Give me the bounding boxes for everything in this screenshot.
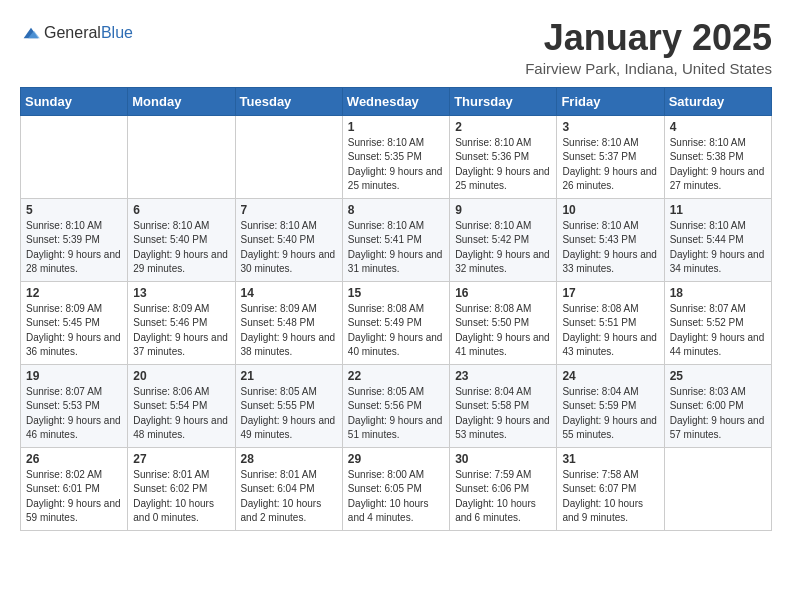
page: GeneralBlue January 2025 Fairview Park, … [0,0,792,549]
day-cell: 3Sunrise: 8:10 AM Sunset: 5:37 PM Daylig… [557,115,664,198]
day-number: 3 [562,120,658,134]
day-cell: 24Sunrise: 8:04 AM Sunset: 5:59 PM Dayli… [557,364,664,447]
day-info: Sunrise: 8:03 AM Sunset: 6:00 PM Dayligh… [670,385,766,443]
day-info: Sunrise: 8:10 AM Sunset: 5:36 PM Dayligh… [455,136,551,194]
day-number: 2 [455,120,551,134]
day-info: Sunrise: 8:08 AM Sunset: 5:51 PM Dayligh… [562,302,658,360]
day-info: Sunrise: 8:10 AM Sunset: 5:39 PM Dayligh… [26,219,122,277]
day-info: Sunrise: 8:10 AM Sunset: 5:41 PM Dayligh… [348,219,444,277]
day-info: Sunrise: 8:10 AM Sunset: 5:40 PM Dayligh… [133,219,229,277]
day-info: Sunrise: 8:01 AM Sunset: 6:04 PM Dayligh… [241,468,337,526]
day-info: Sunrise: 8:10 AM Sunset: 5:40 PM Dayligh… [241,219,337,277]
day-info: Sunrise: 8:09 AM Sunset: 5:46 PM Dayligh… [133,302,229,360]
col-header-friday: Friday [557,87,664,115]
day-info: Sunrise: 8:04 AM Sunset: 5:59 PM Dayligh… [562,385,658,443]
day-info: Sunrise: 8:10 AM Sunset: 5:43 PM Dayligh… [562,219,658,277]
col-header-thursday: Thursday [450,87,557,115]
day-number: 12 [26,286,122,300]
calendar-title: January 2025 [525,18,772,58]
day-cell: 26Sunrise: 8:02 AM Sunset: 6:01 PM Dayli… [21,447,128,530]
day-cell: 18Sunrise: 8:07 AM Sunset: 5:52 PM Dayli… [664,281,771,364]
day-number: 1 [348,120,444,134]
day-info: Sunrise: 8:08 AM Sunset: 5:50 PM Dayligh… [455,302,551,360]
logo-icon [20,22,42,44]
day-number: 22 [348,369,444,383]
logo-general-text: General [44,24,101,42]
week-row-5: 26Sunrise: 8:02 AM Sunset: 6:01 PM Dayli… [21,447,772,530]
calendar-table: SundayMondayTuesdayWednesdayThursdayFrid… [20,87,772,531]
col-header-wednesday: Wednesday [342,87,449,115]
day-cell: 20Sunrise: 8:06 AM Sunset: 5:54 PM Dayli… [128,364,235,447]
day-number: 20 [133,369,229,383]
day-cell [21,115,128,198]
day-cell: 21Sunrise: 8:05 AM Sunset: 5:55 PM Dayli… [235,364,342,447]
day-number: 30 [455,452,551,466]
day-number: 19 [26,369,122,383]
col-header-tuesday: Tuesday [235,87,342,115]
day-number: 15 [348,286,444,300]
day-info: Sunrise: 8:10 AM Sunset: 5:37 PM Dayligh… [562,136,658,194]
day-cell: 2Sunrise: 8:10 AM Sunset: 5:36 PM Daylig… [450,115,557,198]
day-info: Sunrise: 8:10 AM Sunset: 5:35 PM Dayligh… [348,136,444,194]
day-cell: 19Sunrise: 8:07 AM Sunset: 5:53 PM Dayli… [21,364,128,447]
title-block: January 2025 Fairview Park, Indiana, Uni… [525,18,772,77]
day-cell [128,115,235,198]
week-row-1: 1Sunrise: 8:10 AM Sunset: 5:35 PM Daylig… [21,115,772,198]
day-number: 27 [133,452,229,466]
day-number: 21 [241,369,337,383]
day-number: 8 [348,203,444,217]
day-info: Sunrise: 8:10 AM Sunset: 5:44 PM Dayligh… [670,219,766,277]
col-header-sunday: Sunday [21,87,128,115]
day-cell: 28Sunrise: 8:01 AM Sunset: 6:04 PM Dayli… [235,447,342,530]
day-info: Sunrise: 8:06 AM Sunset: 5:54 PM Dayligh… [133,385,229,443]
header: GeneralBlue January 2025 Fairview Park, … [20,18,772,77]
day-cell: 31Sunrise: 7:58 AM Sunset: 6:07 PM Dayli… [557,447,664,530]
day-number: 7 [241,203,337,217]
week-row-4: 19Sunrise: 8:07 AM Sunset: 5:53 PM Dayli… [21,364,772,447]
day-number: 28 [241,452,337,466]
day-cell: 13Sunrise: 8:09 AM Sunset: 5:46 PM Dayli… [128,281,235,364]
calendar-header-row: SundayMondayTuesdayWednesdayThursdayFrid… [21,87,772,115]
day-number: 14 [241,286,337,300]
day-cell: 27Sunrise: 8:01 AM Sunset: 6:02 PM Dayli… [128,447,235,530]
day-cell: 16Sunrise: 8:08 AM Sunset: 5:50 PM Dayli… [450,281,557,364]
day-number: 13 [133,286,229,300]
day-cell: 1Sunrise: 8:10 AM Sunset: 5:35 PM Daylig… [342,115,449,198]
day-number: 25 [670,369,766,383]
day-info: Sunrise: 8:01 AM Sunset: 6:02 PM Dayligh… [133,468,229,526]
day-cell: 23Sunrise: 8:04 AM Sunset: 5:58 PM Dayli… [450,364,557,447]
day-info: Sunrise: 8:00 AM Sunset: 6:05 PM Dayligh… [348,468,444,526]
day-cell: 15Sunrise: 8:08 AM Sunset: 5:49 PM Dayli… [342,281,449,364]
day-info: Sunrise: 8:05 AM Sunset: 5:55 PM Dayligh… [241,385,337,443]
day-info: Sunrise: 8:10 AM Sunset: 5:38 PM Dayligh… [670,136,766,194]
calendar-location: Fairview Park, Indiana, United States [525,60,772,77]
day-info: Sunrise: 8:07 AM Sunset: 5:53 PM Dayligh… [26,385,122,443]
day-cell [235,115,342,198]
day-info: Sunrise: 8:05 AM Sunset: 5:56 PM Dayligh… [348,385,444,443]
day-number: 17 [562,286,658,300]
day-number: 23 [455,369,551,383]
day-number: 24 [562,369,658,383]
day-info: Sunrise: 8:09 AM Sunset: 5:45 PM Dayligh… [26,302,122,360]
logo-blue-text: Blue [101,24,133,42]
day-info: Sunrise: 8:09 AM Sunset: 5:48 PM Dayligh… [241,302,337,360]
day-info: Sunrise: 8:08 AM Sunset: 5:49 PM Dayligh… [348,302,444,360]
day-cell: 22Sunrise: 8:05 AM Sunset: 5:56 PM Dayli… [342,364,449,447]
day-number: 31 [562,452,658,466]
col-header-monday: Monday [128,87,235,115]
logo-text: GeneralBlue [44,24,133,42]
day-info: Sunrise: 8:02 AM Sunset: 6:01 PM Dayligh… [26,468,122,526]
day-number: 18 [670,286,766,300]
day-number: 5 [26,203,122,217]
col-header-saturday: Saturday [664,87,771,115]
day-number: 4 [670,120,766,134]
day-cell: 14Sunrise: 8:09 AM Sunset: 5:48 PM Dayli… [235,281,342,364]
day-cell: 4Sunrise: 8:10 AM Sunset: 5:38 PM Daylig… [664,115,771,198]
day-cell: 10Sunrise: 8:10 AM Sunset: 5:43 PM Dayli… [557,198,664,281]
logo: GeneralBlue [20,22,133,44]
day-number: 11 [670,203,766,217]
day-info: Sunrise: 8:04 AM Sunset: 5:58 PM Dayligh… [455,385,551,443]
day-number: 10 [562,203,658,217]
day-cell: 29Sunrise: 8:00 AM Sunset: 6:05 PM Dayli… [342,447,449,530]
day-cell: 7Sunrise: 8:10 AM Sunset: 5:40 PM Daylig… [235,198,342,281]
